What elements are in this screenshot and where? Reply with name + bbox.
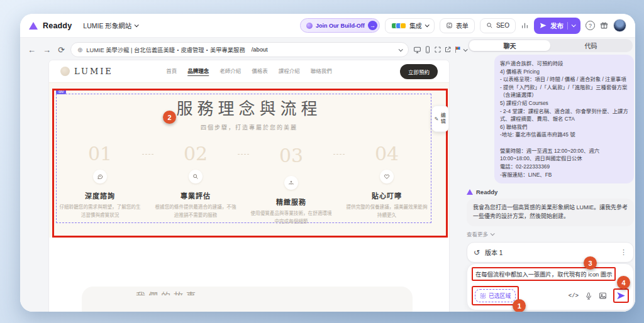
tab-chat[interactable]: 聊天 bbox=[469, 40, 550, 51]
book-now-button[interactable]: 立即預約 bbox=[400, 64, 438, 79]
assistant-message-bubble: 我會為您打造一個高質感的美業形象網站 LUMIE。讓我先參考一些優秀的設計方案，… bbox=[467, 199, 634, 226]
mobile-view-button[interactable] bbox=[424, 46, 431, 53]
content-area: ← → ⟳ ⊕ LUMIE 美學沙龍 | 台北信義區美睫・皮膚管理・美甲專業服務… bbox=[20, 38, 635, 312]
step-desc: 根據您的條件提供最適合的建議，不強迫推銷不需要的服務 bbox=[153, 204, 238, 219]
site-header: LUMIE 首頁 品牌理念 老師介紹 價格表 課程介紹 聯絡我們 立即預約 bbox=[49, 60, 449, 83]
page-path: /about bbox=[252, 47, 268, 53]
code-snippet-button[interactable]: </> bbox=[569, 293, 579, 299]
help-button[interactable]: ? bbox=[586, 21, 595, 30]
version-card[interactable]: ↺ 版本 1 ⋮ 3 bbox=[467, 242, 634, 263]
annotation-rect-send: 4 bbox=[613, 288, 629, 303]
site-nav: 首頁 品牌理念 老師介紹 價格表 課程介紹 聯絡我們 bbox=[166, 67, 332, 76]
assistant-header: Readdy bbox=[467, 189, 634, 195]
chat-input-text[interactable]: 在每個流程中都加入一張圖片，取代現有的 icon 圖示 bbox=[475, 270, 612, 278]
step-number: 03 bbox=[249, 146, 333, 165]
publish-button[interactable]: 发布 bbox=[534, 18, 580, 34]
phone-icon bbox=[424, 46, 431, 53]
page-title-text: LUMIE 美學沙龍 | 台北信義區美睫・皮膚管理・美甲專業服務 bbox=[86, 45, 245, 54]
input-toolbar: 已选区域 1 </> bbox=[472, 286, 629, 305]
process-steps: 01 深度諮詢 仔細聆聽您的需求與期望，了解您的生活習慣與膚質狀況 02 專業評… bbox=[58, 145, 429, 226]
site-brand: LUMIE bbox=[74, 67, 113, 76]
preview-browser-toolbar: ← → ⟳ ⊕ LUMIE 美學沙龍 | 台北信義區美睫・皮膚管理・美甲專業服務… bbox=[26, 41, 467, 58]
nav-item-pricing[interactable]: 價格表 bbox=[252, 67, 268, 76]
assistant-name: Readdy bbox=[476, 189, 497, 195]
forward-button[interactable]: → bbox=[42, 45, 52, 55]
history-icon: ↺ bbox=[474, 248, 480, 257]
chevron-down-icon bbox=[425, 23, 430, 27]
avatar[interactable] bbox=[613, 19, 626, 32]
build-off-button[interactable]: Join Our Build-Off → bbox=[300, 18, 380, 33]
nav-item-home[interactable]: 首頁 bbox=[166, 67, 177, 76]
top-toolbar: Readdy LUMIE 形象網站 Join Our Build-Off → 集… bbox=[20, 14, 635, 38]
site-logo-mark-icon bbox=[60, 67, 70, 76]
nav-item-contact[interactable]: 聯絡我們 bbox=[311, 67, 332, 76]
tab-code[interactable]: 代码 bbox=[550, 40, 631, 51]
readdy-logo-icon bbox=[29, 22, 38, 30]
globe-icon: ⊕ bbox=[77, 47, 82, 53]
nav-item-courses[interactable]: 課程介紹 bbox=[279, 67, 300, 76]
send-button[interactable] bbox=[616, 291, 626, 300]
selected-area-chip[interactable]: 已选区域 bbox=[475, 289, 516, 302]
integrations-label: 集成 bbox=[409, 21, 422, 30]
step-3: 精緻服務 使用優質產品與專業技術，在舒適環境中完成每個細節 03 bbox=[249, 145, 333, 226]
next-section-card: 我們的故事 bbox=[82, 287, 413, 312]
integrations-dropdown[interactable]: 集成 bbox=[385, 18, 435, 33]
chat-input-card: 在每個流程中都加入一張圖片，取代現有的 icon 圖示 已选区域 1 </> bbox=[467, 263, 634, 310]
divider bbox=[567, 22, 568, 30]
step-number: 01 bbox=[58, 145, 142, 163]
back-button[interactable]: ← bbox=[26, 45, 37, 55]
desktop-view-button[interactable] bbox=[413, 46, 421, 54]
seo-button[interactable]: SEO bbox=[480, 18, 516, 33]
kebab-menu-icon[interactable]: ⋮ bbox=[620, 248, 627, 256]
edit-element-button[interactable]: ✎ 编辑 bbox=[431, 106, 449, 132]
selection-tag-badge: div bbox=[56, 89, 66, 94]
gift-icon bbox=[600, 21, 608, 30]
see-more-label: 查看更多 bbox=[467, 230, 488, 238]
analytics-button[interactable] bbox=[521, 21, 529, 30]
nav-item-philosophy[interactable]: 品牌理念 bbox=[187, 67, 209, 76]
refresh-button[interactable]: ⟳ bbox=[57, 45, 66, 55]
edit-label: 编辑 bbox=[439, 112, 446, 125]
pencil-icon: ✎ bbox=[435, 116, 439, 122]
voice-input-button[interactable] bbox=[585, 292, 592, 300]
attach-image-button[interactable] bbox=[599, 292, 607, 300]
microphone-icon bbox=[585, 292, 592, 300]
step-title: 深度諮詢 bbox=[58, 190, 142, 200]
form-button[interactable]: 表单 bbox=[440, 18, 475, 33]
form-label: 表单 bbox=[456, 21, 469, 30]
step-number: 02 bbox=[153, 145, 238, 163]
site-logo[interactable]: LUMIE bbox=[60, 67, 113, 76]
open-external-button[interactable] bbox=[444, 46, 452, 53]
see-more-link[interactable]: 查看更多 bbox=[467, 230, 634, 238]
chat-bubble-icon bbox=[93, 170, 107, 183]
step-title: 貼心叮嚀 bbox=[345, 190, 429, 200]
form-icon bbox=[446, 22, 453, 29]
selection-area-icon bbox=[480, 293, 486, 299]
flag-icon bbox=[454, 46, 462, 53]
framework-dropdown[interactable] bbox=[454, 46, 467, 53]
app-name: Readdy bbox=[43, 21, 72, 30]
panel-tabs: 聊天 代码 bbox=[468, 39, 633, 52]
step-title: 專業評估 bbox=[153, 190, 238, 200]
step-separator bbox=[142, 154, 153, 155]
section-title: 服務理念與流程 bbox=[49, 96, 449, 119]
image-icon bbox=[599, 292, 607, 300]
annotation-circle-1: 1 bbox=[513, 299, 526, 312]
step-desc: 仔細聆聽您的需求與期望，了解您的生活習慣與膚質狀況 bbox=[58, 204, 142, 219]
gift-button[interactable] bbox=[600, 21, 608, 30]
step-desc: 使用優質產品與專業技術，在舒適環境中完成每個細節 bbox=[249, 210, 333, 226]
readdy-logo-icon bbox=[467, 189, 473, 195]
service-icon bbox=[284, 176, 298, 190]
next-section-heading-clipped: 我們的故事 bbox=[136, 289, 199, 295]
publish-label: 发布 bbox=[550, 21, 564, 30]
chevron-down-icon bbox=[399, 47, 403, 52]
url-bar[interactable]: ⊕ LUMIE 美學沙龍 | 台北信義區美睫・皮膚管理・美甲專業服務 /abou… bbox=[70, 42, 409, 57]
arrow-right-icon: → bbox=[368, 21, 377, 30]
project-switcher[interactable]: LUMIE 形象網站 bbox=[83, 21, 138, 30]
annotation-rect-input-text: 在每個流程中都加入一張圖片，取代現有的 icon 圖示 bbox=[472, 267, 616, 281]
fullscreen-button[interactable] bbox=[434, 46, 441, 53]
search-icon bbox=[486, 22, 493, 29]
nav-item-teachers[interactable]: 老師介紹 bbox=[219, 67, 241, 76]
bar-chart-icon bbox=[521, 21, 529, 30]
annotation-circle-4: 4 bbox=[617, 276, 630, 289]
